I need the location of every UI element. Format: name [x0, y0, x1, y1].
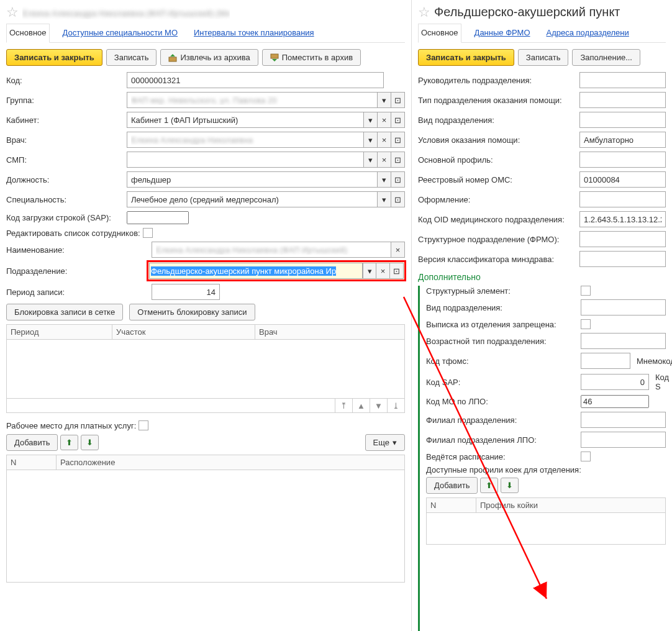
save-close-button[interactable]: Записать и закрыть	[6, 49, 102, 66]
tab-addresses[interactable]: Адреса подразделени	[543, 24, 632, 43]
smp-input[interactable]	[127, 152, 364, 168]
paid-label: Рабочее место для платных услуг:	[6, 421, 136, 430]
tab-main-right[interactable]: Основное	[418, 24, 461, 43]
subdiv-drop-icon[interactable]: ▾	[363, 263, 376, 279]
cabinet-input[interactable]	[127, 112, 364, 128]
beds-up-button[interactable]: ⬆	[480, 478, 498, 493]
doctor-input[interactable]	[127, 132, 364, 148]
type-help-label: Тип подразделения оказания помощи:	[418, 96, 577, 105]
doctor-clear-icon[interactable]: ×	[378, 132, 391, 148]
mo-lpo-input[interactable]	[581, 395, 649, 408]
sap-input[interactable]	[127, 211, 189, 224]
smp-label: СМП:	[6, 155, 124, 165]
move-down-button[interactable]: ⬇	[81, 435, 99, 450]
nav-up-icon[interactable]: ▲	[352, 399, 370, 412]
discharge-checkbox[interactable]	[581, 319, 591, 329]
beds-down-button[interactable]: ⬇	[501, 478, 519, 493]
fill-button[interactable]: Заполнение...	[572, 49, 640, 66]
add-button[interactable]: Добавить	[6, 434, 58, 451]
beds-col-n[interactable]: N	[427, 498, 476, 512]
beds-col-profile[interactable]: Профиль койки	[476, 498, 665, 512]
nav-top-icon[interactable]: ⤒	[335, 399, 352, 412]
registry-input[interactable]	[579, 171, 666, 188]
edit-staff-checkbox[interactable]	[143, 228, 153, 238]
conditions-input[interactable]	[579, 132, 666, 148]
tab-main[interactable]: Основное	[6, 24, 50, 43]
archive-button[interactable]: Поместить в архив	[262, 49, 361, 66]
beds-add-button[interactable]: Добавить	[426, 477, 478, 494]
position-input[interactable]	[127, 171, 378, 188]
cabinet-open-icon[interactable]: ⊡	[391, 112, 405, 128]
doctor-label: Врач:	[6, 135, 124, 145]
kind2-input[interactable]	[581, 299, 666, 316]
design-input[interactable]	[579, 191, 666, 207]
period-input[interactable]	[152, 284, 220, 300]
more-button[interactable]: Еще ▾	[365, 434, 405, 451]
group-drop-icon[interactable]: ▾	[378, 92, 391, 108]
tfoms-input[interactable]	[581, 353, 630, 369]
paid-checkbox[interactable]	[138, 420, 148, 430]
subdivision-selected-text: Фельдшерско-акушерский пункт микрорайона…	[151, 266, 336, 276]
arrow-down-icon: ⬇	[86, 438, 93, 447]
profile-input[interactable]	[579, 152, 666, 168]
struct-el-checkbox[interactable]	[581, 286, 591, 296]
smp-open-icon[interactable]: ⊡	[391, 152, 405, 168]
extract-archive-button[interactable]: Извлечь из архива	[160, 49, 258, 66]
version-input[interactable]	[579, 251, 666, 267]
move-up-button[interactable]: ⬆	[60, 435, 78, 450]
save-button[interactable]: Записать	[106, 49, 157, 66]
smp-drop-icon[interactable]: ▾	[364, 152, 378, 168]
kind-input[interactable]	[579, 112, 666, 128]
locations-table-body[interactable]	[7, 470, 404, 582]
col-period[interactable]: Период	[7, 325, 112, 339]
spec-drop-icon[interactable]: ▾	[378, 191, 391, 207]
branch-lpo-input[interactable]	[581, 432, 666, 448]
svg-rect-1	[271, 54, 278, 58]
position-drop-icon[interactable]: ▾	[378, 171, 391, 188]
type-help-input[interactable]	[579, 92, 666, 108]
mo-lpo-label: Код МО по ЛПО:	[426, 397, 578, 406]
name-clear-icon[interactable]: ×	[391, 242, 405, 258]
col-area[interactable]: Участок	[112, 325, 255, 339]
struct-frmo-input[interactable]	[579, 231, 666, 247]
oid-input[interactable]	[579, 211, 666, 227]
block-button[interactable]: Блокировка записи в сетке	[6, 304, 123, 320]
sap2-input[interactable]	[581, 374, 649, 390]
subdiv-open-icon[interactable]: ⊡	[390, 263, 404, 279]
beds-table-body[interactable]	[427, 513, 665, 544]
save-close-button-right[interactable]: Записать и закрыть	[418, 49, 514, 66]
spec-open-icon[interactable]: ⊡	[391, 191, 405, 207]
struct-el-label: Структурный элемент:	[426, 286, 578, 296]
col-n[interactable]: N	[7, 455, 57, 470]
position-open-icon[interactable]: ⊡	[391, 171, 405, 188]
cabinet-drop-icon[interactable]: ▾	[364, 112, 378, 128]
speciality-input[interactable]	[127, 191, 378, 207]
favorite-star-icon[interactable]: ☆	[418, 6, 430, 19]
save-button-right[interactable]: Записать	[518, 49, 569, 66]
tab-intervals[interactable]: Интервалы точек планирования	[191, 24, 317, 43]
smp-clear-icon[interactable]: ×	[378, 152, 391, 168]
head-input[interactable]	[579, 72, 666, 88]
tab-specialities[interactable]: Доступные специальности МО	[60, 24, 181, 43]
tab-frmo[interactable]: Данные ФРМО	[471, 24, 534, 43]
nav-bottom-icon[interactable]: ⤓	[387, 399, 404, 412]
schedule-checkbox[interactable]	[581, 452, 591, 461]
group-input[interactable]	[127, 92, 378, 108]
favorite-star-icon[interactable]: ☆	[6, 6, 19, 19]
branch-input[interactable]	[581, 412, 666, 428]
name-input[interactable]	[152, 242, 391, 258]
col-location[interactable]: Расположение	[57, 455, 404, 470]
subdiv-clear-icon[interactable]: ×	[376, 263, 390, 279]
age-input[interactable]	[581, 333, 666, 349]
doctor-open-icon[interactable]: ⊡	[391, 132, 405, 148]
cabinet-clear-icon[interactable]: ×	[378, 112, 391, 128]
col-doctor[interactable]: Врач	[255, 325, 404, 339]
doctor-drop-icon[interactable]: ▾	[364, 132, 378, 148]
code-input[interactable]	[127, 72, 384, 88]
group-open-icon[interactable]: ⊡	[391, 92, 405, 108]
nav-down-icon[interactable]: ▼	[370, 399, 387, 412]
unblock-button[interactable]: Отменить блокировку записи	[129, 304, 255, 320]
oid-label: Код OID медицинского подразделения:	[418, 215, 577, 224]
schedule-table-body[interactable]	[7, 340, 404, 398]
conditions-label: Условия оказания помощи:	[418, 135, 577, 145]
